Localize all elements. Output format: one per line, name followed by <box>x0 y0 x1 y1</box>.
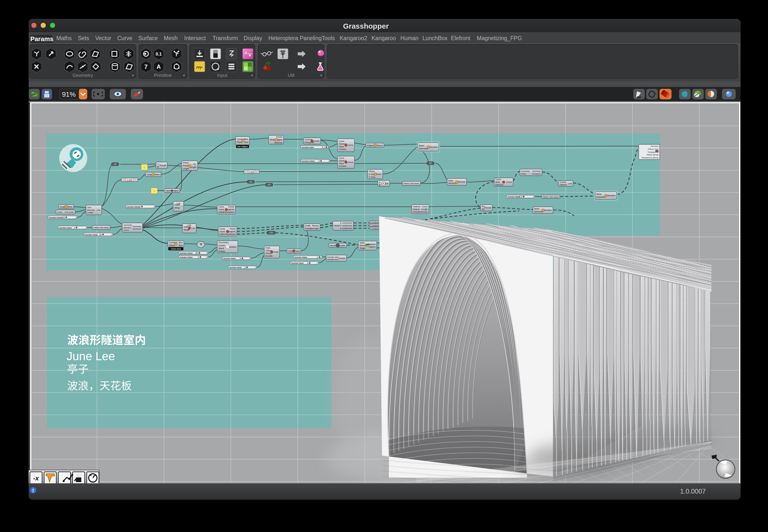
svg-text:Domain start: Domain start <box>327 256 339 258</box>
svg-text:Points: Points <box>230 228 236 230</box>
svg-text:Point: Point <box>266 247 270 249</box>
svg-text:Points: Points <box>219 250 225 253</box>
svg-text:Start: Start <box>87 206 92 208</box>
svg-text:X compone: X compone <box>370 221 379 223</box>
svg-text:200: 200 <box>61 216 65 219</box>
svg-text:Z compone: Z compone <box>370 227 379 230</box>
svg-text:A: A <box>157 162 159 165</box>
svg-text:X component: X component <box>340 222 352 224</box>
svg-text:Vector: Vector <box>334 224 340 227</box>
svg-text:List: List <box>191 227 195 230</box>
svg-text:Factor: Factor <box>57 211 63 213</box>
svg-text:Box: Box <box>179 241 183 244</box>
svg-text:A: A <box>379 181 381 183</box>
svg-text:Count: Count <box>219 208 224 211</box>
svg-text:Arc: Arc <box>193 163 197 165</box>
svg-text:Unit vector: Unit vector <box>100 226 109 229</box>
svg-text:Diffuse Bitmap: Diffuse Bitmap <box>647 154 659 156</box>
svg-text:Seed: Seed <box>219 247 224 250</box>
svg-text:I: I <box>182 205 182 208</box>
svg-text:Number Slider: Number Slider <box>302 146 315 149</box>
svg-text:Z component: Z component <box>340 227 352 230</box>
svg-text:2: 2 <box>198 256 199 258</box>
svg-text:Unit vector: Unit vector <box>65 211 74 213</box>
svg-text:Domain end: Domain end <box>327 258 338 261</box>
svg-text:Clipped: Clipped <box>368 246 375 248</box>
svg-text:Direction: Direction <box>448 182 457 185</box>
svg-text:Box: Box <box>245 141 249 143</box>
svg-text:Unit vector: Unit vector <box>410 182 419 185</box>
svg-text:Y compone: Y compone <box>370 224 379 227</box>
svg-text:Length: Length <box>421 208 428 210</box>
svg-text:×: × <box>383 182 384 185</box>
svg-text:Curve: Curve <box>339 140 344 142</box>
svg-text:Number Slider: Number Slider <box>295 256 307 258</box>
svg-text:Periodic: Periodic <box>413 211 420 213</box>
svg-text:Angle: Angle <box>183 167 189 170</box>
svg-text:Brep: Brep <box>495 181 500 183</box>
svg-text:Loft: Loft <box>568 182 572 185</box>
svg-text:Count: Count <box>220 230 225 233</box>
svg-text:B: B <box>157 165 159 168</box>
svg-text:-x: -x <box>33 474 39 482</box>
svg-text:Result: Result <box>484 206 491 209</box>
svg-text:!: ! <box>32 487 34 494</box>
svg-text:Corners: Corners <box>339 165 346 167</box>
svg-text:Direction: Direction <box>495 184 504 186</box>
svg-text:Number Slider: Number Slider <box>127 206 139 208</box>
svg-text:Curve: Curve <box>220 228 225 230</box>
svg-text:Vertices: Vertices <box>413 205 420 208</box>
svg-text:Unit vector: Unit vector <box>549 196 559 198</box>
svg-text:Tensor: Tensor <box>312 224 319 227</box>
svg-text:Geometry: Geometry <box>133 225 141 228</box>
svg-text:Box: Box <box>245 138 249 140</box>
svg-text:Geometry: Geometry <box>521 170 530 172</box>
svg-text:Base: Base <box>596 193 602 195</box>
svg-text:Curve: Curve <box>422 205 428 208</box>
svg-text:Plane: Plane <box>369 170 375 173</box>
svg-text:Curve: Curve <box>495 178 501 181</box>
svg-text:Number Slider: Number Slider <box>223 257 236 260</box>
svg-text:Bounds: Bounds <box>266 255 273 257</box>
svg-text:0.500: 0.500 <box>127 179 132 181</box>
svg-text:Number Slider: Number Slider <box>292 262 304 264</box>
svg-text:Factor: Factor <box>93 226 99 229</box>
svg-text:Number Slider: Number Slider <box>508 196 520 198</box>
svg-text:Number Slider: Number Slider <box>85 234 98 236</box>
svg-text:Plane: Plane <box>521 173 526 175</box>
svg-text:Curve: Curve <box>219 206 224 208</box>
svg-text:Number Slider: Number Slider <box>49 217 62 219</box>
svg-text:3: 3 <box>74 227 75 229</box>
svg-text:Curve: Curve <box>506 181 512 183</box>
svg-text:Geometry: Geometry <box>651 145 659 147</box>
svg-text:Domain: Domain <box>338 257 345 259</box>
svg-text:0.3: 0.3 <box>519 196 522 198</box>
svg-text:Curves: Curves <box>559 181 566 183</box>
svg-text:Kinks: Kinks <box>219 211 224 213</box>
svg-text:50: 50 <box>196 252 198 254</box>
svg-text:Line: Line <box>97 209 101 211</box>
svg-text:List: List <box>176 202 180 205</box>
svg-text:Diffuse Color: Diffuse Color <box>648 148 659 150</box>
svg-text:Curve: Curve <box>348 144 353 146</box>
svg-text:Target: Target <box>360 247 365 249</box>
svg-text:Result: Result <box>159 164 166 167</box>
svg-text:Base: Base <box>534 207 539 210</box>
svg-text:Number Slider: Number Slider <box>59 227 72 229</box>
svg-text:Faces: Faces <box>276 135 282 138</box>
svg-text:Point: Point <box>305 227 311 230</box>
svg-text:Factor: Factor <box>543 196 548 198</box>
svg-text:30: 30 <box>99 233 102 236</box>
svg-text:Parameters: Parameters <box>225 233 236 235</box>
svg-text:Geometry: Geometry <box>123 224 132 226</box>
svg-text:Plane: Plane <box>339 162 344 165</box>
svg-text:Wrap: Wrap <box>174 206 180 209</box>
svg-text:Plane: Plane <box>154 173 160 176</box>
svg-text:Plane: Plane <box>339 145 344 148</box>
svg-text:Union Box: Union Box <box>171 248 181 250</box>
svg-text:Count: Count <box>123 229 129 231</box>
svg-text:Plane: Plane <box>169 244 175 247</box>
svg-text:Strength: Strength <box>310 227 319 230</box>
svg-text:Box: Box <box>179 244 183 247</box>
svg-text:Corners: Corners <box>339 148 346 150</box>
